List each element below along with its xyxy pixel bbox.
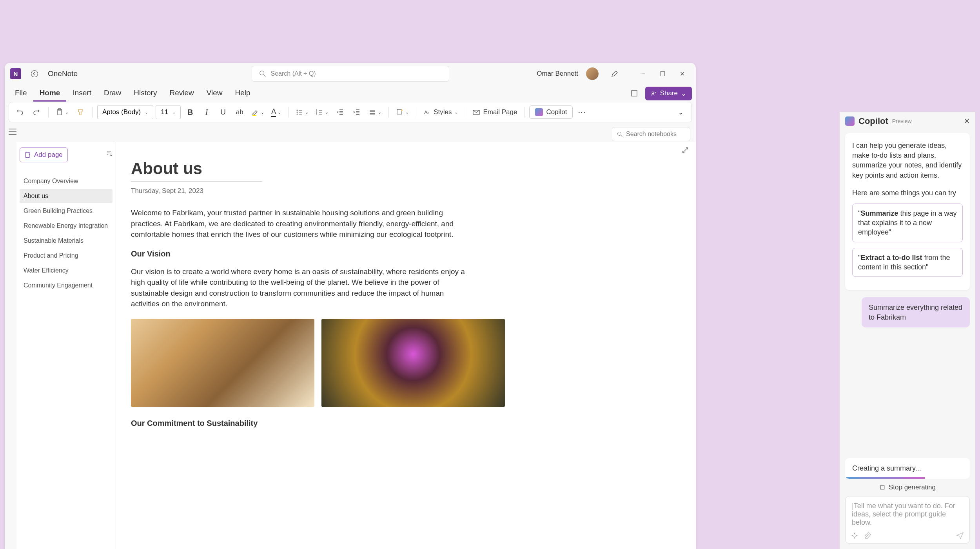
svg-rect-6	[252, 115, 256, 116]
svg-rect-18	[25, 153, 29, 158]
underline-button[interactable]: U	[216, 105, 230, 119]
font-color-button[interactable]: A⌄	[269, 105, 283, 119]
global-search[interactable]: Search (Alt + Q)	[252, 66, 449, 82]
copilot-icon	[845, 116, 855, 126]
page-item[interactable]: Sustainable Materials	[20, 234, 113, 248]
user-avatar[interactable]	[586, 67, 599, 80]
chevron-down-icon: ⌄	[378, 110, 381, 115]
chevron-down-icon: ⌄	[681, 89, 686, 98]
highlight-button[interactable]: ⌄	[249, 105, 267, 119]
svg-point-8	[297, 112, 298, 113]
copilot-ribbon-button[interactable]: Copilot	[529, 105, 573, 119]
note-canvas[interactable]: About us Thursday, Sept 21, 2023 Welcome…	[116, 142, 696, 549]
paste-button[interactable]: ⌄	[53, 105, 71, 119]
more-button[interactable]: ⋯	[575, 105, 589, 119]
copilot-close-button[interactable]: ✕	[964, 117, 970, 125]
svg-point-7	[297, 110, 298, 111]
pen-icon[interactable]	[606, 67, 623, 81]
page-item[interactable]: Water Efficiency	[20, 264, 113, 278]
menu-draw[interactable]: Draw	[98, 85, 127, 102]
bullets-button[interactable]: ⌄	[293, 105, 311, 119]
note-heading[interactable]: Our Vision	[131, 249, 681, 258]
attach-icon[interactable]	[864, 532, 871, 539]
undo-button[interactable]	[13, 105, 27, 119]
copilot-suggestion[interactable]: "Extract a to-do list from the content i…	[852, 248, 963, 277]
note-paragraph[interactable]: Our vision is to create a world where ev…	[131, 266, 468, 309]
ribbon-collapse-button[interactable]: ⌄	[673, 105, 688, 119]
tag-button[interactable]: ⌄	[394, 105, 411, 119]
app-window: N OneNote Search (Alt + Q) Omar Bennett …	[5, 63, 696, 549]
maximize-button[interactable]: ☐	[654, 67, 671, 81]
fullscreen-icon[interactable]	[628, 87, 641, 100]
chevron-down-icon: ⌄	[405, 110, 409, 115]
note-title[interactable]: About us	[131, 159, 681, 178]
menu-insert[interactable]: Insert	[66, 85, 98, 102]
menu-review[interactable]: Review	[163, 85, 200, 102]
page-list: Company Overview About us Green Building…	[20, 174, 113, 293]
strikethrough-button[interactable]: ab	[232, 105, 247, 119]
menu-bar: File Home Insert Draw History Review Vie…	[5, 85, 696, 102]
send-button[interactable]	[956, 531, 964, 539]
note-paragraph[interactable]: Welcome to Fabrikam, your trusted partne…	[131, 207, 468, 240]
menu-file[interactable]: File	[9, 85, 33, 102]
copilot-user-message: Summarize everything related to Fabrikam	[862, 297, 970, 327]
svg-rect-2	[632, 91, 637, 96]
font-select[interactable]: Aptos (Body)⌄	[97, 105, 153, 119]
back-button[interactable]	[27, 67, 42, 81]
add-page-icon	[25, 152, 31, 158]
sort-button[interactable]	[105, 150, 113, 157]
page-item[interactable]: Company Overview	[20, 174, 113, 188]
close-button[interactable]: ✕	[674, 67, 690, 81]
italic-button[interactable]: I	[200, 105, 214, 119]
numbering-button[interactable]: 123⌄	[313, 105, 331, 119]
outdent-button[interactable]	[333, 105, 347, 119]
chevron-down-icon: ⌄	[305, 110, 309, 115]
add-page-button[interactable]: Add page	[20, 147, 68, 162]
sparkle-icon[interactable]	[851, 532, 858, 539]
chevron-down-icon: ⌄	[145, 110, 148, 115]
page-item[interactable]: About us	[20, 189, 113, 203]
format-painter-button[interactable]	[73, 105, 87, 119]
expand-icon[interactable]	[682, 147, 689, 154]
copilot-pane: Copilot Preview ✕ I can help you generat…	[840, 112, 975, 549]
align-button[interactable]: ⌄	[366, 105, 384, 119]
menu-help[interactable]: Help	[229, 85, 257, 102]
share-button[interactable]: Share ⌄	[645, 87, 692, 100]
styles-button[interactable]: AaStyles⌄	[421, 105, 460, 119]
note-heading[interactable]: Our Commitment to Sustainability	[131, 419, 681, 428]
stop-generating-button[interactable]: Stop generating	[845, 479, 970, 496]
redo-button[interactable]	[29, 105, 44, 119]
font-size-select[interactable]: 11⌄	[156, 105, 181, 119]
page-item[interactable]: Product and Pricing	[20, 249, 113, 263]
svg-rect-19	[880, 485, 884, 489]
ribbon: ⌄ Aptos (Body)⌄ 11⌄ B I U ab ⌄ A⌄ ⌄ 123⌄…	[9, 102, 692, 122]
note-image[interactable]	[131, 319, 314, 407]
chevron-down-icon: ⌄	[65, 110, 69, 115]
copilot-input[interactable]: |Tell me what you want to do. For ideas,…	[845, 496, 970, 544]
sidebar: Add page Company Overview About us Green…	[16, 142, 116, 549]
svg-rect-13	[397, 109, 402, 114]
hamburger-icon[interactable]	[9, 129, 16, 135]
page-item[interactable]: Renewable Energy Integration	[20, 219, 113, 233]
note-image[interactable]	[321, 319, 505, 407]
svg-point-9	[297, 114, 298, 115]
copilot-intro-card: I can help you generate ideas, make to-d…	[845, 133, 970, 290]
svg-text:a: a	[427, 111, 429, 115]
page-item[interactable]: Green Building Practices	[20, 204, 113, 218]
menu-history[interactable]: History	[127, 85, 163, 102]
bold-button[interactable]: B	[183, 105, 197, 119]
svg-point-17	[618, 132, 621, 135]
menu-home[interactable]: Home	[33, 85, 67, 102]
minimize-button[interactable]: ─	[635, 67, 651, 81]
progress-bar	[845, 477, 925, 479]
svg-text:3: 3	[316, 113, 318, 115]
menu-view[interactable]: View	[200, 85, 229, 102]
chevron-down-icon: ⌄	[325, 110, 328, 115]
copilot-status-card: Creating a summary...	[845, 458, 970, 479]
email-page-button[interactable]: Email Page	[470, 105, 520, 119]
copilot-suggestion[interactable]: "Summarize this page in a way that expla…	[852, 204, 963, 242]
page-item[interactable]: Community Engagement	[20, 278, 113, 293]
search-notebooks[interactable]: Search notebooks	[612, 127, 690, 141]
indent-button[interactable]	[350, 105, 364, 119]
svg-point-1	[260, 71, 264, 75]
